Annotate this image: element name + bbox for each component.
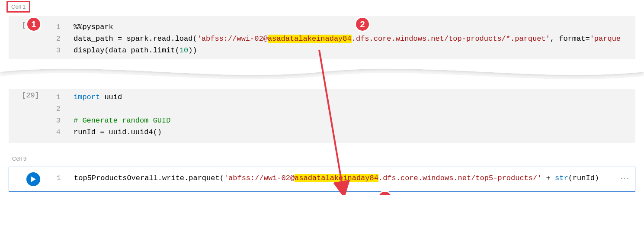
cell-label-1: Cell 1 bbox=[6, 1, 30, 13]
line-number: 4 bbox=[52, 126, 61, 138]
code-cell-2[interactable]: [29] 1 2 3 4 import uuid # Generate rand… bbox=[9, 86, 635, 144]
line-number: 1 bbox=[52, 21, 61, 33]
line-numbers: 1 2 3 4 bbox=[52, 86, 65, 144]
code-editor[interactable]: %%pysparkdata_path = spark.read.load('ab… bbox=[65, 16, 635, 62]
code-line: runId = uuid.uuid4() bbox=[74, 126, 631, 138]
code-editor[interactable]: import uuid # Generate random GUIDrunId … bbox=[65, 86, 635, 144]
line-number: 3 bbox=[52, 115, 61, 126]
code-line: import uuid bbox=[74, 91, 631, 103]
cell-gutter: [29] bbox=[9, 86, 52, 144]
code-cell-9[interactable]: 1 ···top5ProductsOverall.write.parquet('… bbox=[9, 167, 635, 192]
code-line: top5ProductsOverall.write.parquet('abfss… bbox=[74, 172, 631, 184]
line-number: 2 bbox=[52, 33, 61, 45]
content-break bbox=[0, 59, 644, 89]
highlighted-text: asadatalakeinaday84 bbox=[295, 174, 378, 182]
cell-gutter bbox=[9, 167, 52, 191]
code-line: # Generate random GUID bbox=[74, 115, 631, 126]
line-numbers: 1 2 3 bbox=[52, 16, 65, 62]
highlighted-text: asadatalakeinaday84 bbox=[268, 35, 352, 43]
line-numbers: 1 bbox=[52, 167, 65, 191]
cell-more-button[interactable]: ··· bbox=[621, 172, 630, 185]
annotation-badge-2: 2 bbox=[355, 16, 370, 32]
code-line: %%pyspark bbox=[74, 21, 631, 33]
play-icon bbox=[30, 176, 36, 182]
annotation-badge-1: 1 bbox=[26, 16, 42, 32]
line-number: 3 bbox=[52, 45, 61, 56]
line-number: 2 bbox=[52, 103, 61, 115]
code-line bbox=[74, 103, 631, 115]
run-cell-button[interactable] bbox=[26, 172, 40, 186]
line-number: 1 bbox=[52, 91, 61, 103]
code-editor[interactable]: ···top5ProductsOverall.write.parquet('ab… bbox=[65, 167, 635, 191]
line-number: 1 bbox=[52, 172, 61, 184]
code-cell-1[interactable]: [22] 1 2 3 %%pysparkdata_path = spark.re… bbox=[9, 16, 635, 62]
code-line: data_path = spark.read.load('abfss://wwi… bbox=[74, 33, 631, 45]
execution-count: [29] bbox=[22, 91, 39, 100]
code-line: display(data_path.limit(10)) bbox=[74, 45, 631, 56]
cell-label-9: Cell 9 bbox=[9, 154, 644, 163]
